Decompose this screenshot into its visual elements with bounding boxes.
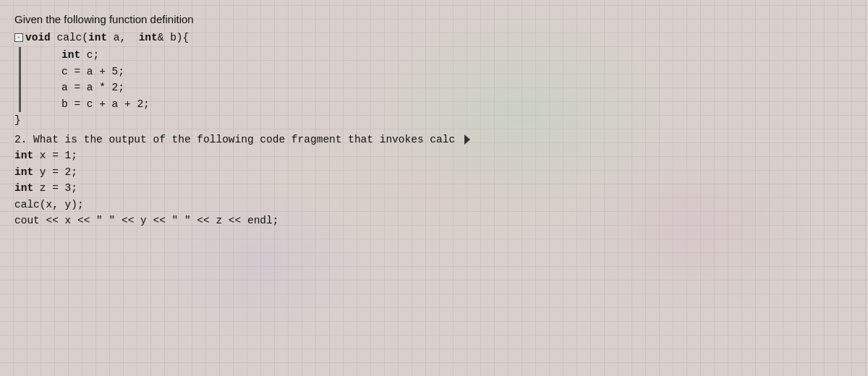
function-body-container: int c; c = a + 5; a = a * 2; b = c + a +… [14, 47, 854, 112]
cursor-icon [464, 134, 470, 145]
fragment-line-2: int y = 2; [14, 164, 854, 180]
code-block: - void calc(int a, int& b){ int c; c = a… [14, 30, 854, 229]
void-keyword: void calc(int a, int& b){ [25, 30, 189, 46]
code-line-2: c = a + 5; [27, 64, 150, 80]
code-line-1: int c; [27, 47, 150, 63]
collapse-line [19, 47, 21, 112]
main-content: Given the following function definition … [0, 0, 868, 236]
question-line: 2. What is the output of the following c… [14, 132, 854, 148]
fragment-line-1: int x = 1; [14, 148, 854, 163]
fragment-line-3: int z = 3; [14, 180, 854, 196]
code-line-4: b = c + a + 2; [27, 96, 150, 112]
collapse-button[interactable]: - [14, 33, 23, 42]
heading-text: Given the following function definition [14, 13, 854, 25]
function-signature-line: - void calc(int a, int& b){ [14, 30, 854, 46]
fragment-line-5: cout << x << " " << y << " " << z << end… [14, 213, 854, 228]
function-body: int c; c = a + 5; a = a * 2; b = c + a +… [27, 47, 150, 112]
closing-brace: } [14, 112, 854, 128]
code-line-3: a = a * 2; [27, 80, 150, 95]
fragment-line-4: calc(x, y); [14, 197, 854, 213]
